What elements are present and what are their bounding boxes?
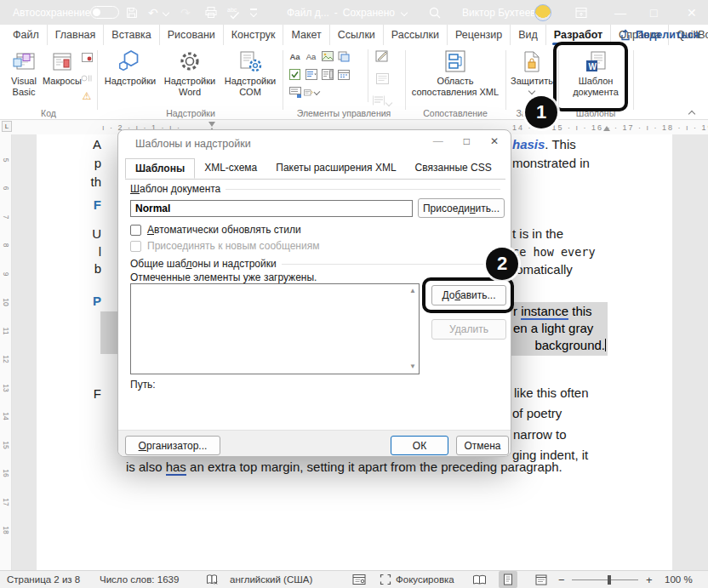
save-status-chevron-icon[interactable]: [401, 9, 408, 15]
ok-button[interactable]: ОК: [391, 436, 448, 455]
search-button[interactable]: [428, 0, 442, 25]
tab-file[interactable]: Файл: [5, 25, 47, 45]
date-picker-control-button[interactable]: [336, 67, 351, 81]
doc-text-fragment: p: [76, 156, 101, 170]
tab-design[interactable]: Конструк: [223, 25, 283, 45]
language-indicator[interactable]: английский (США): [230, 571, 312, 588]
page-indicator[interactable]: Страница 2 из 8: [7, 571, 80, 588]
picture-control-button[interactable]: [320, 49, 334, 63]
doc-text-fragment: A: [76, 137, 101, 151]
macros-button[interactable]: Макросы: [44, 48, 80, 87]
dialog-tab-linked-css[interactable]: Связанные CSS: [406, 158, 501, 178]
proofing-status-button[interactable]: [206, 571, 219, 588]
xml-mapping-pane-button[interactable]: Область сопоставления XML: [408, 48, 502, 98]
customize-qat-chevron-icon[interactable]: [250, 0, 257, 25]
focus-icon: [380, 574, 391, 585]
collapse-ribbon-button[interactable]: [689, 105, 694, 120]
svg-text:abc: abc: [227, 7, 237, 13]
properties-button[interactable]: [376, 72, 389, 88]
scroll-up-icon[interactable]: ▲: [409, 288, 416, 294]
undo-button[interactable]: ↶: [148, 0, 158, 25]
cancel-button[interactable]: Отмена: [456, 436, 509, 455]
ribbon-group-controls: Aa Aa Элементы управления: [284, 45, 403, 120]
organizer-button[interactable]: Организатор...: [125, 436, 220, 455]
tab-draw[interactable]: Рисовани: [159, 25, 223, 45]
group-divider: [283, 50, 283, 110]
save-status[interactable]: Сохранено: [343, 7, 395, 19]
remove-button: Удалить: [431, 319, 506, 340]
tab-review[interactable]: Рецензир: [447, 25, 510, 45]
right-indent-marker[interactable]: [603, 126, 610, 131]
user-avatar[interactable]: [534, 0, 551, 25]
redo-button[interactable]: ↷: [180, 0, 191, 25]
protect-button[interactable]: Защитить: [509, 48, 555, 94]
dialog-maximize-button[interactable]: □: [464, 135, 470, 147]
tab-references[interactable]: Ссылки: [329, 25, 383, 45]
legacy-tools-button[interactable]: [304, 85, 318, 99]
macro-recording-button[interactable]: [352, 571, 366, 588]
autosave-toggle[interactable]: [90, 0, 119, 25]
quick-print-button[interactable]: [204, 0, 218, 25]
web-layout-button[interactable]: [531, 571, 551, 588]
dialog-close-button[interactable]: ✕: [490, 135, 499, 147]
addins-button[interactable]: Надстройки: [102, 48, 158, 87]
design-mode-button[interactable]: [375, 50, 389, 66]
zoom-in-button[interactable]: +: [646, 571, 653, 588]
templates-listbox[interactable]: ▲ ▼: [130, 283, 420, 374]
combo-box-control-button[interactable]: [304, 67, 318, 81]
tab-mailings[interactable]: Рассылки: [383, 25, 447, 45]
group-button[interactable]: [373, 94, 391, 109]
tab-layout[interactable]: Макет: [283, 25, 328, 45]
visual-basic-button[interactable]: Visual Basic: [5, 48, 43, 98]
status-bar: Страница 2 из 8 Число слов: 1639 английс…: [0, 570, 708, 588]
template-name-input[interactable]: [130, 200, 413, 217]
tab-home[interactable]: Главная: [47, 25, 104, 45]
dialog-tab-xml-schema[interactable]: XML-схема: [195, 158, 266, 178]
building-block-control-button[interactable]: [336, 49, 351, 63]
plain-text-control-button[interactable]: Aa: [304, 49, 318, 63]
account-name[interactable]: Виктор Бухтеев: [462, 0, 536, 25]
zoom-out-button[interactable]: −: [558, 571, 565, 588]
spellcheck-button[interactable]: abc: [226, 0, 242, 25]
ribbon-group-code: Visual Basic Макросы ⚠ Код: [3, 45, 94, 120]
rich-text-control-button[interactable]: Aa: [288, 49, 302, 63]
share-button[interactable]: Поделиться: [620, 25, 699, 45]
checkbox-control-button[interactable]: [288, 67, 302, 81]
attach-button[interactable]: Присоединить...: [418, 198, 505, 218]
doc-text-fragment: hasis. This: [512, 137, 576, 151]
record-macro-button[interactable]: [82, 50, 93, 66]
word-addins-button[interactable]: Надстройки Word: [160, 48, 220, 98]
path-label: Путь:: [130, 379, 156, 391]
ribbon-display-options-button[interactable]: [575, 0, 587, 25]
auto-update-styles-checkbox[interactable]: Автоматически обновлять стили: [130, 224, 301, 236]
dialog-tab-templates[interactable]: Шаблоны: [125, 158, 195, 179]
dropdown-list-control-button[interactable]: [320, 67, 334, 81]
hruler-numbers-right-b: · 17 · ı · 18 · ı · 19: [614, 123, 708, 132]
scroll-down-icon[interactable]: ▼: [409, 363, 416, 370]
zoom-level[interactable]: 100 %: [665, 571, 693, 588]
doc-text-fragment: of poetry: [512, 406, 562, 420]
focus-mode-button[interactable]: Фокусировка: [380, 571, 454, 588]
repeating-section-control-button[interactable]: [288, 85, 302, 99]
close-button[interactable]: ✕: [687, 0, 697, 25]
macro-security-button[interactable]: ⚠: [83, 91, 92, 101]
dialog-tab-xml-packages[interactable]: Пакеты расширения XML: [266, 158, 405, 178]
controls-right-column: [373, 50, 391, 109]
com-addins-button[interactable]: Надстройки COM: [221, 48, 279, 98]
print-layout-button[interactable]: [499, 571, 517, 588]
save-button[interactable]: [125, 0, 139, 25]
minimize-button[interactable]: —: [614, 0, 626, 25]
zoom-slider[interactable]: [572, 571, 638, 588]
read-mode-button[interactable]: [468, 571, 491, 588]
spellcheck-icon: abc: [226, 6, 242, 20]
tab-stop-selector[interactable]: L: [2, 121, 12, 132]
maximize-button[interactable]: □: [650, 0, 657, 25]
undo-chevron-icon[interactable]: [163, 0, 168, 25]
tab-view[interactable]: Вид: [510, 25, 545, 45]
word-count[interactable]: Число слов: 1639: [100, 571, 179, 588]
tab-insert[interactable]: Вставка: [103, 25, 158, 45]
annotation-box-add-button: [422, 277, 514, 313]
zoom-slider-thumb[interactable]: [608, 575, 611, 585]
protect-icon: [522, 48, 542, 73]
pause-recording-button[interactable]: [81, 71, 93, 86]
